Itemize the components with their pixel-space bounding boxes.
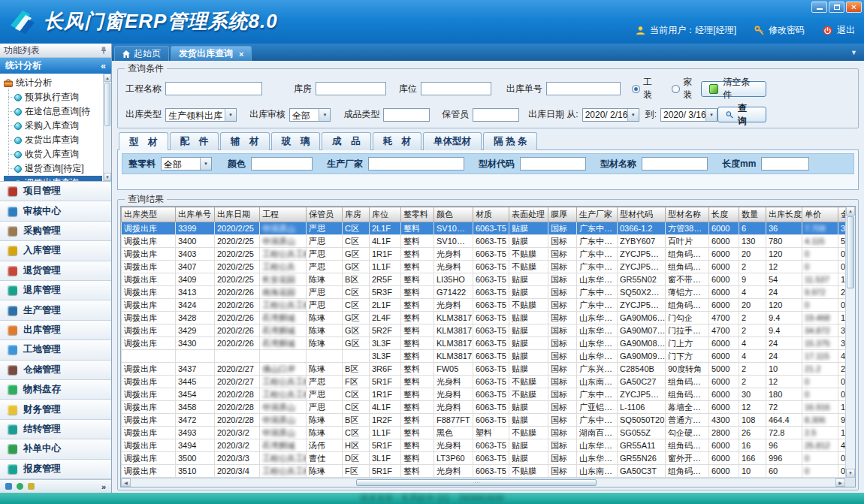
date-from-picker[interactable]: 2020/ 2/16 ▼ [582, 108, 639, 122]
vertical-scrollbar[interactable]: ▲ ▼ [845, 207, 855, 478]
tree-item-transfer-outbound-query[interactable]: 调拨出库查询 [4, 176, 102, 182]
table-row[interactable]: 调拨出库34132020/2/26南海花园严思C区5R3F整料G71422606… [122, 286, 846, 299]
manufacturer-input[interactable] [368, 157, 464, 171]
column-header[interactable]: 生产厂家 [577, 207, 618, 222]
change-password-link[interactable]: 修改密码 [769, 24, 805, 37]
footer-status-icon[interactable] [17, 483, 23, 490]
sidebar-item-purchase-management[interactable]: 采购管理 [0, 222, 111, 241]
table-row[interactable]: 调拨出库34002020/2/25华润原山严思C区4L1F整料SV10…6063… [122, 235, 846, 248]
material-tab-single-profile[interactable]: 单体型材 [423, 132, 482, 150]
table-row[interactable]: 调拨出库34942020/3/2石湾辉城汤伟H区5R1F整料光身料6063-T5… [122, 439, 846, 452]
color-input[interactable] [251, 157, 313, 171]
sidebar-item-scrap-management[interactable]: 报废管理 [0, 460, 111, 479]
table-row[interactable]: 调拨出库34292020/2/26石湾辉城陈琳G区5R2F整料KLM381760… [122, 324, 846, 337]
table-row[interactable]: 调拨出库34032020/2/25工程公共工程严思G区1R1F整料光身料6063… [122, 248, 846, 261]
column-header[interactable]: 材质 [473, 207, 509, 222]
sidebar-item-production-management[interactable]: 生产管理 [0, 300, 111, 320]
table-row[interactable]: 调拨出库34302020/2/26石湾辉城陈琳G区3L3F整料KLM381760… [122, 337, 846, 350]
project-name-input[interactable] [165, 82, 262, 95]
column-header[interactable]: 颜色 [434, 207, 473, 222]
table-row[interactable]: 调拨出库34072020/2/25工程公共严思G区1L1F整料光身料6063-T… [122, 261, 846, 273]
logout-link[interactable]: 退出 [837, 24, 855, 37]
material-tab-finished[interactable]: 成 品 [322, 132, 371, 150]
tree-scrollbar[interactable]: ▲ ▼ [103, 74, 111, 181]
tab-home[interactable]: 起始页 [114, 46, 169, 61]
scroll-right-icon[interactable]: ▶ [835, 478, 845, 487]
scroll-track[interactable] [104, 127, 111, 173]
scroll-up-icon[interactable]: ▲ [104, 74, 111, 82]
column-header[interactable]: 型材名称 [666, 207, 709, 222]
sidebar-item-inbound-management[interactable]: 入库管理 [0, 241, 111, 261]
sidebar-item-warehouse-management[interactable]: 仓储管理 [0, 361, 111, 380]
dropdown-arrow-icon[interactable]: ▼ [200, 158, 211, 170]
table-row[interactable]: 调拨出库35102020/3/4工程公共工程陈琳F区5R1F整料光身料6063-… [122, 465, 846, 478]
warehouse-input[interactable] [316, 82, 386, 95]
table-row[interactable]: 调拨出库34582020/2/28华润原山严思C区4L1F整料光身料6063-T… [122, 401, 846, 414]
sidebar-item-material-inventory[interactable]: 物料盘存 [0, 380, 111, 400]
column-header[interactable]: 金额 [838, 207, 846, 222]
table-row[interactable]: 调拨出库34242020/2/26工程公共工程严思C区2L1F整料光身料6063… [122, 299, 846, 312]
tab-list-caret-icon[interactable]: ▼ [850, 49, 857, 56]
sidebar-item-stock-return-management[interactable]: 退库管理 [0, 281, 111, 300]
scroll-left-icon[interactable]: ◀ [121, 478, 131, 487]
column-header[interactable]: 出库单号 [176, 207, 215, 222]
tree-item-purchase-inbound-query[interactable]: 采购入库查询 [4, 119, 102, 133]
table-row[interactable]: 调拨出库35002020/3/3工程公共工程曹佳D区3L1F整料LT3P6060… [122, 452, 846, 465]
column-header[interactable]: 表面处理 [509, 207, 548, 222]
scroll-down-icon[interactable]: ▼ [104, 173, 111, 181]
table-row[interactable]: 调拨出库34452020/2/27工程公共工程严思F区5R1F整料光身料6063… [122, 376, 846, 388]
whole-scrap-select[interactable]: 全部 ▼ [161, 157, 212, 171]
dropdown-arrow-icon[interactable]: ▼ [705, 109, 717, 121]
location-input[interactable] [421, 82, 491, 95]
sidebar-item-audit-center[interactable]: 审核中心 [0, 201, 111, 221]
column-header[interactable]: 整零料 [401, 207, 434, 222]
column-header[interactable]: 工程 [260, 207, 307, 222]
material-tab-glass[interactable]: 玻 璃 [271, 132, 321, 150]
maximize-button[interactable] [829, 2, 844, 13]
column-header[interactable]: 数量 [739, 207, 766, 222]
material-tab-insulation-strip[interactable]: 隔 热 条 [483, 132, 537, 150]
dropdown-arrow-icon[interactable]: ▼ [319, 109, 330, 121]
column-header[interactable]: 保管员 [307, 207, 343, 222]
clear-conditions-button[interactable]: 清空条件 [701, 81, 766, 97]
table-row[interactable]: 调拨出库34282020/2/26石湾辉城陈琳G区2L4F整料KLM381760… [122, 312, 846, 324]
audit-select[interactable]: 全部 ▼ [289, 108, 331, 122]
sidebar-item-returns-management[interactable]: 退货管理 [0, 261, 111, 281]
material-tab-profile[interactable]: 型 材 [119, 132, 168, 150]
table-row[interactable]: 调拨出库34722020/2/28华润原山陈琳B区1R2F整料F8877FT60… [122, 414, 846, 427]
tab-shipping-outbound-query[interactable]: 发货出库查询 × [171, 46, 252, 61]
table-row[interactable]: 3L3F整料KLM38176063-T5贴膜国标山东华…GA90M09…门下方6… [122, 350, 846, 363]
scroll-up-icon[interactable]: ▲ [846, 207, 855, 216]
table-row[interactable]: 调拨出库34542020/2/28工程公共工程严思C区1R1F整料光身料6063… [122, 388, 846, 401]
footer-window-icon[interactable] [5, 483, 12, 490]
dropdown-arrow-icon[interactable]: ▼ [225, 109, 236, 121]
vertical-scroll-thumb[interactable] [847, 216, 854, 288]
order-no-input[interactable] [546, 82, 621, 95]
tree-item-in-transit-info-query[interactable]: 在途信息查询[待 [4, 104, 102, 119]
horizontal-scroll-thumb[interactable] [356, 479, 597, 486]
material-tab-consumable[interactable]: 耗 材 [373, 132, 422, 150]
sidebar-item-carryover-management[interactable]: 结转管理 [0, 420, 111, 439]
column-header[interactable]: 出库日期 [215, 207, 260, 222]
scroll-track[interactable] [131, 478, 835, 487]
material-tab-auxiliary[interactable]: 辅 材 [220, 132, 270, 150]
sidebar-item-finance-management[interactable]: 财务管理 [0, 400, 111, 419]
column-header[interactable]: 出库类型 [122, 207, 176, 222]
tree-item-return-query[interactable]: 退货查询[待定] [4, 161, 102, 176]
profile-code-input[interactable] [520, 157, 586, 171]
sidebar-item-project-management[interactable]: 项目管理 [0, 182, 111, 201]
horizontal-scrollbar[interactable]: ◀ ▶ [121, 478, 845, 487]
length-input[interactable] [761, 157, 809, 171]
dropdown-arrow-icon[interactable]: ▼ [627, 109, 639, 121]
search-button[interactable]: 查 询 [717, 107, 766, 122]
column-header[interactable]: 单价 [802, 207, 838, 222]
tree-item-budget-execution-query[interactable]: 预算执行查询 [4, 90, 102, 104]
column-header[interactable]: 出库长度 [766, 207, 802, 222]
column-header[interactable]: 库位 [370, 207, 401, 222]
sidebar-item-site-management[interactable]: 工地管理 [0, 340, 111, 360]
pin-icon[interactable] [100, 47, 107, 54]
tree-root[interactable]: 统计分析 [4, 76, 102, 90]
footer-tools-icon[interactable] [28, 483, 35, 490]
profile-name-input[interactable] [642, 157, 708, 171]
table-row[interactable]: 调拨出库34092020/2/25长安花园陈琳B区2R5F整料LI35HO606… [122, 273, 846, 286]
